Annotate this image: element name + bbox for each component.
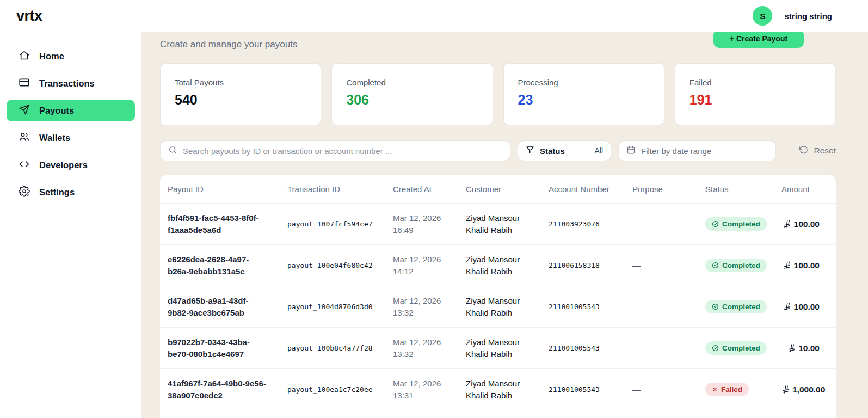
stat-label: Completed — [346, 78, 478, 87]
sidebar: vrtx Home Transactions Payouts Wallets — [0, 0, 141, 418]
amount-value: 10.00 — [798, 343, 820, 353]
stat-card-failed: Failed 191 — [675, 63, 836, 125]
sidebar-item-label: Wallets — [39, 133, 70, 143]
account-number-cell: 211001005543 — [541, 303, 625, 311]
purpose-cell: — — [625, 219, 698, 229]
stat-label: Processing — [518, 78, 650, 87]
sidebar-nav: Home Transactions Payouts Wallets Develo — [0, 45, 141, 203]
sidebar-item-developers[interactable]: Developers — [7, 154, 135, 176]
created-date: Mar 12, 2026 — [393, 212, 458, 224]
created-time: 13:31 — [393, 390, 458, 402]
column-header-payout-id: Payout ID — [160, 185, 280, 194]
status-badge: Completed — [705, 300, 767, 314]
customer-cell: Ziyad Mansour Khalid Rabih — [458, 212, 522, 236]
sidebar-item-settings[interactable]: Settings — [7, 181, 135, 203]
table-row[interactable]: 41af967f-7a64-49b0-9e56-38a907c0edc2 pay… — [160, 369, 836, 410]
created-time: 13:32 — [393, 348, 458, 360]
amount-value: 100.00 — [794, 261, 820, 271]
sidebar-item-label: Transactions — [39, 78, 95, 89]
credit-card-icon — [19, 77, 30, 90]
created-date: Mar 12, 2026 — [393, 295, 458, 307]
amount-value: 100.00 — [794, 302, 820, 312]
riyal-currency-icon — [783, 220, 791, 228]
stat-card-processing: Processing 23 — [503, 63, 664, 125]
search-box[interactable] — [160, 140, 510, 161]
check-circle-icon — [712, 262, 719, 269]
status-badge: Failed — [705, 383, 749, 396]
users-icon — [19, 131, 30, 145]
status-filter[interactable]: Status All — [518, 140, 611, 161]
purpose-cell: — — [625, 343, 698, 353]
table-row[interactable]: b97022b7-0343-43ba-be70-080b1c4e4697 pay… — [160, 328, 836, 369]
created-date: Mar 12, 2026 — [393, 378, 458, 390]
account-number-cell: 211001005543 — [541, 385, 625, 394]
table-row[interactable]: d47ad65b-a9a1-43df-9b82-9ace3bc675ab pay… — [160, 286, 836, 328]
reset-icon — [799, 145, 808, 157]
status-filter-value: All — [594, 146, 603, 155]
customer-cell: Ziyad Mansour Khalid Rabih — [458, 295, 522, 319]
created-time: 14:12 — [393, 266, 458, 278]
purpose-cell: — — [625, 302, 698, 311]
status-text: Completed — [722, 261, 760, 269]
table-row[interactable]: e6226dea-2628-4a97-b26a-9ebabb131a5c pay… — [160, 245, 836, 286]
riyal-currency-icon — [783, 303, 791, 311]
create-payout-button[interactable]: + Create Payout — [713, 29, 804, 48]
date-range-filter[interactable]: Filter by date range — [618, 140, 776, 161]
riyal-currency-icon — [787, 344, 796, 352]
transaction-id-cell: payout_100b8c4a77f28 — [280, 344, 385, 352]
status-cell: Failed — [698, 383, 774, 396]
status-filter-label: Status — [540, 146, 565, 156]
reset-label: Reset — [814, 146, 836, 156]
stat-value: 306 — [346, 92, 478, 108]
sidebar-item-payouts[interactable]: Payouts — [7, 100, 135, 121]
customer-cell: Ziyad Mansour Khalid Rabih — [458, 378, 522, 402]
stats-row: Total Payouts 540 Completed 306 Processi… — [160, 63, 836, 125]
payouts-table: Payout ID Transaction ID Created At Cust… — [160, 175, 836, 418]
payout-id-cell: b97022b7-0343-43ba-be70-080b1c4e4697 — [160, 336, 269, 360]
stat-value: 23 — [518, 92, 650, 108]
stat-value: 191 — [690, 92, 821, 108]
sidebar-item-home[interactable]: Home — [7, 45, 135, 67]
status-badge: Completed — [705, 217, 767, 231]
riyal-currency-icon — [781, 385, 790, 394]
search-icon — [168, 145, 177, 157]
created-at-cell: Mar 12, 2026 13:32 — [385, 336, 458, 360]
funnel-icon — [526, 145, 534, 156]
sidebar-item-wallets[interactable]: Wallets — [7, 127, 135, 149]
search-input[interactable] — [183, 146, 502, 156]
transaction-id-cell: payout_1004d8706d3d0 — [280, 303, 385, 311]
avatar[interactable]: S — [753, 6, 772, 26]
column-header-purpose: Purpose — [625, 185, 698, 194]
transaction-id-cell: payout_100e04f680c42 — [280, 261, 385, 269]
created-at-cell: Mar 12, 2026 14:12 — [385, 254, 458, 278]
sidebar-item-label: Payouts — [39, 106, 74, 116]
customer-cell: Ziyad Mansour Khalid Rabih — [458, 336, 522, 360]
payout-id-cell: 41af967f-7a64-49b0-9e56-38a907c0edc2 — [160, 378, 269, 402]
user-menu[interactable]: S string string — [753, 6, 832, 26]
table-row[interactable]: fbf4f591-fac5-4453-8f0f-f1aaa5de5a6d pay… — [160, 204, 836, 245]
amount-cell: 100.00 — [774, 302, 836, 312]
status-cell: Completed — [698, 341, 774, 355]
amount-cell: 10.00 — [774, 343, 836, 353]
code-icon — [19, 158, 30, 172]
sidebar-item-transactions[interactable]: Transactions — [7, 72, 135, 94]
account-number-cell: 211001005543 — [541, 344, 625, 352]
x-icon — [712, 386, 718, 392]
stat-card-total-payouts: Total Payouts 540 — [160, 63, 321, 125]
brand-logo[interactable]: vrtx — [0, 8, 141, 24]
account-number-cell: 211006158318 — [541, 261, 625, 269]
riyal-currency-icon — [783, 261, 791, 269]
status-text: Failed — [721, 385, 742, 394]
transaction-id-cell: payout_1007fcf594ce7 — [280, 220, 385, 228]
column-header-customer: Customer — [458, 185, 541, 194]
payout-id-cell: e6226dea-2628-4a97-b26a-9ebabb131a5c — [160, 254, 269, 278]
reset-filters-button[interactable]: Reset — [799, 145, 836, 157]
created-date: Mar 12, 2026 — [393, 336, 458, 348]
column-header-transaction-id: Transaction ID — [280, 185, 385, 194]
purpose-cell: — — [625, 385, 698, 394]
account-number-cell: 211003923076 — [541, 220, 625, 228]
payout-id-cell: d47ad65b-a9a1-43df-9b82-9ace3bc675ab — [160, 295, 269, 319]
check-circle-icon — [712, 345, 719, 352]
created-time: 13:32 — [393, 307, 458, 319]
status-text: Completed — [722, 344, 760, 352]
